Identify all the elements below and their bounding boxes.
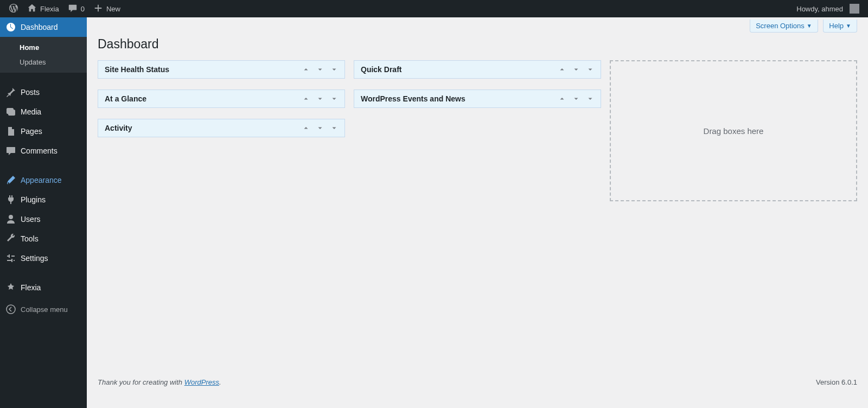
postbox-header[interactable]: Quick Draft — [354, 61, 601, 78]
collapse-label: Collapse menu — [21, 305, 68, 314]
dashboard-column-2: Quick Draft WordPress Events and News — [354, 60, 601, 108]
plus-icon — [93, 3, 103, 15]
postbox-header[interactable]: At a Glance — [98, 90, 344, 107]
sidebar-item-label: Tools — [21, 234, 39, 243]
move-down-icon[interactable] — [572, 66, 580, 73]
main-wrap: Dashboard Home Updates Posts Media Pages… — [0, 17, 868, 408]
footer-credits: Thank you for creating with WordPress. — [98, 378, 221, 386]
move-down-icon[interactable] — [316, 124, 324, 132]
submenu-item-updates[interactable]: Updates — [0, 55, 87, 69]
admin-bar-left: Flexia 0 New — [4, 0, 125, 17]
postbox-title: Site Health Status — [105, 65, 169, 74]
site-name-label: Flexia — [40, 5, 59, 13]
postbox-header[interactable]: WordPress Events and News — [354, 90, 601, 107]
sidebar-item-label: Pages — [21, 127, 42, 136]
postbox-title: At a Glance — [105, 94, 146, 103]
screen-options-button[interactable]: Screen Options ▼ — [750, 20, 818, 33]
menu-separator — [0, 268, 87, 278]
toggle-dropdown-icon[interactable] — [586, 95, 594, 103]
move-up-icon[interactable] — [558, 66, 566, 73]
postbox-quick-draft: Quick Draft — [354, 60, 601, 79]
wrench-icon — [5, 233, 16, 244]
toggle-dropdown-icon[interactable] — [330, 124, 338, 132]
postbox-actions — [302, 124, 338, 132]
dashboard-widgets: Site Health Status At a Glance — [98, 60, 857, 367]
sidebar-item-media[interactable]: Media — [0, 102, 87, 122]
postbox-actions — [558, 66, 594, 73]
sidebar-item-label: Settings — [21, 254, 48, 263]
sidebar-item-comments[interactable]: Comments — [0, 141, 87, 161]
content-area: Screen Options ▼ Help ▼ Dashboard Site H… — [87, 17, 868, 408]
postbox-at-a-glance: At a Glance — [98, 90, 345, 108]
move-up-icon[interactable] — [302, 124, 310, 132]
postbox-title: WordPress Events and News — [361, 94, 465, 103]
my-account-link[interactable]: Howdy, ahmed — [792, 0, 864, 17]
svg-point-0 — [7, 305, 15, 314]
postbox-actions — [302, 66, 338, 73]
screen-meta-links: Screen Options ▼ Help ▼ — [98, 17, 857, 33]
dashboard-submenu: Home Updates — [0, 37, 87, 73]
dashboard-column-3: Drag boxes here — [610, 60, 857, 201]
move-down-icon[interactable] — [572, 95, 580, 103]
sidebar-item-tools[interactable]: Tools — [0, 229, 87, 248]
postbox-actions — [302, 95, 338, 103]
postbox-events-news: WordPress Events and News — [354, 90, 601, 108]
menu-separator — [0, 73, 87, 82]
help-button[interactable]: Help ▼ — [823, 20, 857, 33]
toggle-dropdown-icon[interactable] — [586, 66, 594, 73]
page-title: Dashboard — [98, 37, 857, 52]
dashboard-column-1: Site Health Status At a Glance — [98, 60, 345, 137]
sidebar-item-users[interactable]: Users — [0, 209, 87, 229]
sidebar-item-posts[interactable]: Posts — [0, 82, 87, 102]
postbox-title: Activity — [105, 124, 132, 132]
menu-separator — [0, 161, 87, 170]
avatar — [850, 4, 859, 14]
sidebar-item-label: Plugins — [21, 195, 46, 204]
footer-wordpress-link[interactable]: WordPress — [184, 378, 219, 386]
new-label: New — [106, 5, 120, 13]
collapse-icon — [5, 304, 16, 315]
postbox-actions — [558, 95, 594, 103]
toggle-dropdown-icon[interactable] — [330, 95, 338, 103]
postbox-title: Quick Draft — [361, 65, 401, 74]
wp-logo-menu[interactable] — [4, 0, 23, 17]
sidebar-item-settings[interactable]: Settings — [0, 248, 87, 268]
move-down-icon[interactable] — [316, 95, 324, 103]
flexia-icon — [5, 282, 16, 293]
site-name-link[interactable]: Flexia — [23, 0, 63, 17]
sidebar-item-label: Appearance — [21, 176, 62, 184]
plugin-icon — [5, 194, 16, 205]
postbox-header[interactable]: Site Health Status — [98, 61, 344, 78]
sliders-icon — [5, 253, 16, 264]
postbox-site-health: Site Health Status — [98, 60, 345, 79]
collapse-menu-button[interactable]: Collapse menu — [0, 299, 87, 319]
new-content-link[interactable]: New — [89, 0, 125, 17]
move-up-icon[interactable] — [558, 95, 566, 103]
postbox-activity: Activity — [98, 119, 345, 137]
comments-link[interactable]: 0 — [63, 0, 89, 17]
chevron-down-icon: ▼ — [807, 23, 812, 29]
sidebar-item-appearance[interactable]: Appearance — [0, 170, 87, 190]
wordpress-logo-icon — [9, 3, 18, 15]
sidebar-item-flexia[interactable]: Flexia — [0, 278, 87, 297]
sidebar-item-label: Comments — [21, 146, 58, 155]
howdy-label: Howdy, ahmed — [796, 5, 843, 13]
sidebar-item-dashboard[interactable]: Dashboard — [0, 17, 87, 37]
move-down-icon[interactable] — [316, 66, 324, 73]
screen-options-label: Screen Options — [756, 22, 805, 30]
home-icon — [27, 3, 37, 15]
sidebar-item-pages[interactable]: Pages — [0, 122, 87, 141]
admin-bar-right: Howdy, ahmed — [792, 0, 864, 17]
submenu-item-home[interactable]: Home — [0, 40, 87, 55]
drop-zone-label: Drag boxes here — [704, 126, 764, 136]
move-up-icon[interactable] — [302, 95, 310, 103]
help-label: Help — [829, 22, 844, 30]
toggle-dropdown-icon[interactable] — [330, 66, 338, 73]
drop-zone[interactable]: Drag boxes here — [610, 60, 857, 201]
brush-icon — [5, 175, 16, 186]
sidebar-item-plugins[interactable]: Plugins — [0, 190, 87, 209]
comments-icon — [5, 145, 16, 156]
footer-suffix: . — [219, 378, 221, 386]
postbox-header[interactable]: Activity — [98, 119, 344, 137]
move-up-icon[interactable] — [302, 66, 310, 73]
